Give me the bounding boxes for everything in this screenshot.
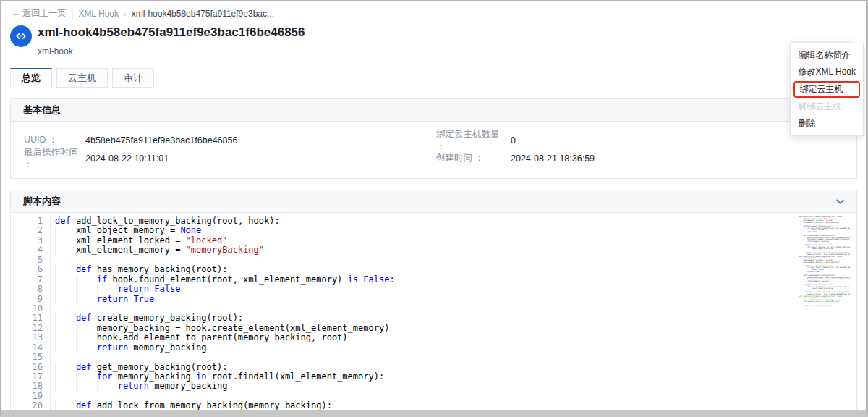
basic-info-card: 基本信息 UUID ： 4b58eb475fa911ef9e3bac1f6be4… <box>10 98 857 179</box>
tab-overview[interactable]: 总览 <box>10 68 52 88</box>
code-line: 4xml_element_memory = "memoryBacking" <box>11 245 856 255</box>
code-line: 16def get_memory_backing(root): <box>11 363 856 372</box>
code-editor[interactable]: 1def add_lock_to_memory_backing(root, ho… <box>11 213 856 417</box>
last-op-time-value: 2024-08-22 10:11:01 <box>85 153 436 164</box>
line-number: 2 <box>11 226 43 235</box>
code-line: 21memory_locked = hook.create_element(xm… <box>11 411 856 417</box>
script-card: 脚本内容 1def add_lock_to_memory_backing(roo… <box>10 190 857 417</box>
page-subtitle: xml-hook <box>38 46 856 56</box>
info-row: 最后操作时间 ： 2024-08-22 10:11:01 创建时间 ： 2024… <box>24 149 843 167</box>
basic-info-title: 基本信息 <box>23 104 61 117</box>
line-number: 12 <box>11 324 43 333</box>
code-line: 6def has_memory_backing(root): <box>11 265 856 274</box>
line-number: 14 <box>11 343 43 353</box>
tab-audit[interactable]: 审计 <box>112 68 154 88</box>
script-header: 脚本内容 <box>11 190 856 213</box>
breadcrumb-current: xml-hook4b58eb475fa911ef9e3bac... <box>132 9 274 19</box>
tab-cloud-host[interactable]: 云主机 <box>56 68 108 88</box>
line-number: 6 <box>11 265 43 274</box>
code-line: 7if hook.found_element(root, xml_element… <box>11 275 856 285</box>
line-number: 5 <box>11 256 43 265</box>
line-number: 13 <box>11 333 43 342</box>
script-title: 脚本内容 <box>23 195 61 208</box>
line-number: 8 <box>11 285 43 294</box>
minimap[interactable]: def add_lock_to_memory_backing(root, hoo… <box>799 216 850 308</box>
line-number: 15 <box>11 353 43 362</box>
create-time-value: 2024-08-21 18:36:59 <box>511 153 595 164</box>
breadcrumb-parent[interactable]: XML Hook <box>78 9 119 19</box>
page-title: xml-hook4b58eb475fa911ef9e3bac1f6be46856 <box>38 25 856 41</box>
page-header: xml-hook4b58eb475fa911ef9e3bac1f6be46856… <box>10 25 856 56</box>
code-line: 20def add_lock_from_memory_backing(memor… <box>11 401 856 410</box>
code-line: 11def create_memory_backing(root): <box>11 313 856 323</box>
collapse-section-button[interactable] <box>836 199 844 204</box>
breadcrumb: ← 返回上一页 | XML Hook › xml-hook4b58eb475fa… <box>1 1 866 20</box>
last-op-time-label: 最后操作时间 ： <box>24 146 85 171</box>
more-actions-menu: 编辑名称简介修改XML Hook绑定云主机解绑云主机删除 <box>790 43 864 136</box>
xml-hook-detail-page: { "breadcrumb": { "back": "返回上一页", "back… <box>0 0 868 417</box>
code-lines: 1def add_lock_to_memory_backing(root, ho… <box>11 216 856 417</box>
uuid-label: UUID ： <box>24 134 85 146</box>
info-row: UUID ： 4b58eb475fa911ef9e3bac1f6be46856 … <box>24 131 843 149</box>
bound-host-count-value: 0 <box>511 135 516 146</box>
line-number: 3 <box>11 236 43 245</box>
line-number: 18 <box>11 382 43 391</box>
code-line: 12memory_backing = hook.create_element(x… <box>11 324 856 333</box>
line-number: 7 <box>11 275 43 285</box>
code-line: 5 <box>11 256 856 265</box>
basic-info-body: UUID ： 4b58eb475fa911ef9e3bac1f6be46856 … <box>11 122 856 178</box>
line-number: 4 <box>11 245 43 255</box>
menu-item-modify-xml-hook[interactable]: 修改XML Hook <box>791 64 863 80</box>
code-line: 3xml_element_locked = "locked" <box>11 236 856 245</box>
line-number: 21 <box>11 411 43 417</box>
menu-item-delete[interactable]: 删除 <box>791 115 863 132</box>
menu-item-unbind-host: 解绑云主机 <box>791 98 863 115</box>
line-number: 16 <box>11 363 43 372</box>
tabs: 总览云主机审计 <box>10 68 866 88</box>
code-line: 1def add_lock_to_memory_backing(root, ho… <box>11 216 856 226</box>
back-arrow-icon: ← <box>12 8 20 18</box>
line-number: 9 <box>11 295 43 304</box>
line-number: 17 <box>11 372 43 382</box>
menu-item-edit-name[interactable]: 编辑名称简介 <box>791 47 863 64</box>
chevron-down-icon <box>836 199 844 204</box>
minimap-line: def has_memory_backing(root): <box>799 306 850 308</box>
line-number: 19 <box>11 392 43 401</box>
code-line: 19 <box>11 392 856 401</box>
create-time-label: 创建时间 ： <box>436 152 511 164</box>
line-number: 10 <box>11 304 43 313</box>
code-line: 14return memory_backing <box>11 343 856 353</box>
line-number: 1 <box>11 216 43 226</box>
code-line: 8return False <box>11 285 856 294</box>
code-icon <box>10 25 32 47</box>
menu-item-bind-host[interactable]: 绑定云主机 <box>793 81 860 98</box>
code-line: 10 <box>11 304 856 313</box>
bound-host-count-label: 绑定云主机数量 ： <box>436 128 511 153</box>
code-line: 18return memory_backing <box>11 382 856 391</box>
line-number: 11 <box>11 313 43 323</box>
code-line: 9return True <box>11 295 856 304</box>
line-number: 20 <box>11 401 43 410</box>
code-line: 2xml_object_memory = None <box>11 226 856 235</box>
back-link[interactable]: ← 返回上一页 <box>12 7 66 20</box>
code-line: 17for memory_backing in root.findall(xml… <box>11 372 856 382</box>
code-line: 15 <box>11 353 856 362</box>
code-line: 13hook.add_element_to_parent(memory_back… <box>11 333 856 342</box>
breadcrumb-arrow-icon: › <box>124 9 127 18</box>
basic-info-header: 基本信息 <box>11 99 856 122</box>
uuid-value: 4b58eb475fa911ef9e3bac1f6be46856 <box>85 135 436 146</box>
breadcrumb-divider: | <box>71 9 73 19</box>
